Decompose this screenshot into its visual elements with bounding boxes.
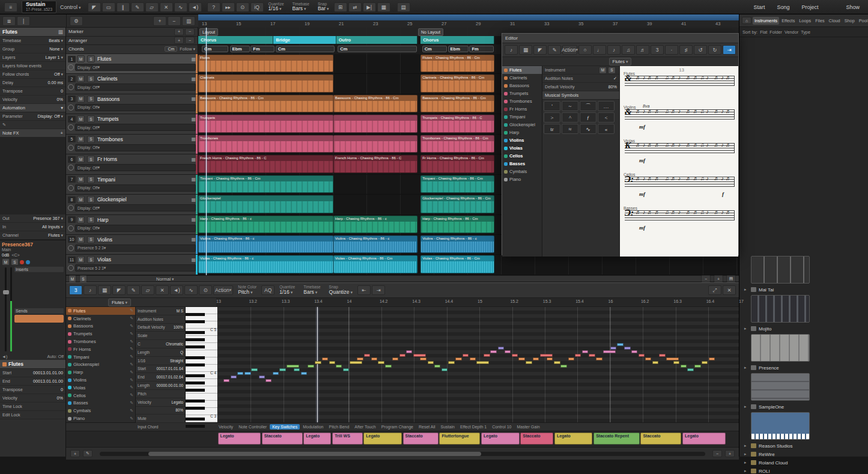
instrument-row[interactable]: Instrument MS bbox=[542, 66, 619, 74]
marker-lane-header[interactable]: Marker + − bbox=[66, 28, 198, 37]
nav-project[interactable]: Project bbox=[797, 3, 823, 11]
edit-pencil-icon[interactable]: ✎ bbox=[130, 393, 133, 398]
pr-track-piano[interactable]: Piano✎ bbox=[66, 415, 135, 422]
speaker-icon[interactable]: ◄) bbox=[2, 354, 7, 359]
expand-icon[interactable]: ⤢ bbox=[708, 285, 721, 295]
pr-track-bassoons[interactable]: Bassoons✎ bbox=[66, 323, 135, 330]
chords-follow-mode[interactable]: Follow bbox=[180, 47, 195, 52]
score-track-header[interactable]: Flutes bbox=[502, 57, 738, 66]
event-row-velocity[interactable]: Velocity0% bbox=[0, 394, 65, 403]
midi-note[interactable] bbox=[631, 350, 637, 353]
no-layout-chip[interactable]: No Layout bbox=[418, 28, 443, 36]
instrument-thumbnail[interactable] bbox=[751, 256, 810, 284]
grid-options-icon[interactable]: ▦ bbox=[377, 2, 390, 12]
midi-note[interactable] bbox=[533, 357, 539, 360]
track-header-glockenspiel[interactable]: 8MSGlockenspiel▦Display: Off bbox=[66, 195, 198, 214]
midi-note[interactable] bbox=[385, 365, 391, 368]
midi-note[interactable] bbox=[470, 357, 476, 360]
articulation-staccato[interactable]: Staccato bbox=[640, 433, 681, 445]
track-solo-button[interactable]: S bbox=[87, 256, 95, 263]
black-key[interactable] bbox=[186, 345, 205, 348]
clip-clarinets[interactable]: Clarinets bbox=[198, 74, 333, 92]
midi-note[interactable] bbox=[350, 361, 362, 364]
send-slot[interactable] bbox=[14, 315, 64, 323]
midi-note[interactable] bbox=[603, 350, 616, 353]
inspector-track-title[interactable]: Flutes ▦ bbox=[0, 28, 65, 37]
sort-option-flat[interactable]: Flat bbox=[760, 29, 767, 35]
arrange-playhead[interactable] bbox=[206, 28, 207, 275]
musical-symbol-button[interactable]: ƒ bbox=[580, 112, 596, 123]
snap-control[interactable]: Snap Bar bbox=[318, 2, 329, 12]
browser-tab-loops[interactable]: Loops bbox=[797, 17, 813, 25]
score-track-timpani[interactable]: Timpani bbox=[502, 113, 542, 121]
expand-arrow-icon[interactable]: ▸ bbox=[744, 460, 748, 465]
black-key[interactable] bbox=[186, 363, 205, 366]
midi-note[interactable] bbox=[287, 365, 299, 368]
hzoom-in-icon[interactable]: + bbox=[725, 450, 735, 457]
midi-note[interactable] bbox=[244, 372, 250, 375]
midi-note[interactable] bbox=[617, 343, 623, 346]
channel-pan[interactable]: <C> bbox=[11, 253, 19, 257]
midi-note[interactable] bbox=[315, 361, 321, 364]
track-header-clarinets[interactable]: 2MSClarinets▦Display: Off bbox=[66, 74, 198, 94]
automation-display-select[interactable]: Presence 5 2 3 bbox=[75, 264, 196, 272]
track-mute-button[interactable]: M bbox=[77, 136, 85, 143]
score-track-violins[interactable]: Violins bbox=[502, 136, 542, 144]
note-color-control[interactable]: Note Color Pitch bbox=[238, 285, 256, 295]
expand-arrow-icon[interactable]: ▸ bbox=[744, 443, 748, 448]
lane-tab-sustain[interactable]: Sustain bbox=[439, 424, 457, 430]
midi-note[interactable] bbox=[568, 357, 574, 360]
note-half-icon[interactable]: ♩ bbox=[593, 45, 606, 55]
edit-pencil-icon[interactable]: ✎ bbox=[130, 416, 133, 421]
pr-eraser-tool-icon[interactable]: ▱ bbox=[141, 285, 154, 295]
midi-note[interactable] bbox=[554, 361, 560, 364]
pr-playhead[interactable] bbox=[317, 307, 318, 422]
inspector-row-layers[interactable]: LayersLayer 1 bbox=[0, 53, 65, 62]
score-sheet[interactable]: 13 Flutes&♬♪♬♬ ♫♬♪ ♬♬♫♪ ♬♪♬Violins&8va♬♪… bbox=[620, 66, 738, 257]
fader-handle[interactable] bbox=[3, 290, 9, 294]
timebase-control[interactable]: Timebase Bars bbox=[293, 2, 309, 12]
articulation-legato[interactable]: Legato bbox=[218, 433, 261, 445]
midi-note[interactable] bbox=[434, 365, 440, 368]
track-instrument-icon[interactable]: ▦ bbox=[191, 157, 196, 162]
midi-note[interactable] bbox=[645, 357, 651, 360]
score-arrow-tool-icon[interactable]: ◤ bbox=[533, 45, 547, 55]
automation-toggle-icon[interactable] bbox=[68, 205, 74, 211]
record-arm-button[interactable] bbox=[20, 260, 24, 264]
lane-tab-pitch-bend[interactable]: Pitch Bend bbox=[326, 424, 351, 430]
edit-pencil-icon[interactable]: ✎ bbox=[130, 401, 133, 406]
lane-tab-effect-depth-1[interactable]: Effect Depth 1 bbox=[458, 424, 489, 430]
inspector-row-timebase[interactable]: TimebaseBeats bbox=[0, 37, 65, 45]
automation-display-select[interactable]: Display: Off bbox=[75, 204, 196, 211]
edit-pencil-icon[interactable]: ✎ bbox=[130, 354, 133, 359]
chords-lane-header[interactable]: Chords Cm Follow bbox=[66, 45, 198, 54]
note-quarter-icon[interactable]: ♪ bbox=[607, 45, 621, 55]
score-track-select[interactable]: Flutes bbox=[609, 58, 632, 65]
pr-inspector-row-end[interactable]: End00017.01.02.64 bbox=[136, 373, 185, 381]
instrument-thumbnail[interactable] bbox=[751, 334, 810, 362]
horizontal-scrollbar[interactable] bbox=[100, 452, 705, 456]
inspector-row-group[interactable]: GroupNone bbox=[0, 45, 65, 53]
expand-arrow-icon[interactable]: ▸ bbox=[744, 326, 748, 331]
lane-tab-program-change[interactable]: Program Change bbox=[379, 424, 416, 430]
arranger-section-outro[interactable]: Outro bbox=[336, 36, 417, 44]
chord-event-ebm[interactable]: Ebm bbox=[448, 46, 469, 52]
note-fx-header[interactable]: Note FX+ bbox=[0, 129, 65, 138]
midi-note[interactable] bbox=[223, 379, 229, 382]
articulation-staccato[interactable]: Staccato bbox=[262, 433, 303, 445]
track-header-violins[interactable]: 10MSViolins▦Presence 5 2 3 bbox=[66, 235, 198, 255]
arranger-remove-icon[interactable]: − bbox=[185, 37, 195, 44]
midi-note[interactable] bbox=[639, 354, 645, 357]
score-track-bassoons[interactable]: Bassoons bbox=[502, 82, 542, 90]
pr-inspector-row-default-velocity[interactable]: Default Velocity100% bbox=[136, 324, 185, 332]
automation-edit-row[interactable]: ✎ bbox=[0, 121, 65, 129]
track-mute-button[interactable]: M bbox=[77, 216, 85, 223]
midi-note[interactable] bbox=[505, 350, 511, 353]
expand-arrow-icon[interactable]: ▸ bbox=[744, 452, 748, 457]
midi-note[interactable] bbox=[399, 354, 405, 357]
browser-tab-shop[interactable]: Shop bbox=[843, 17, 857, 25]
browser-item-presence[interactable]: ▸Presence bbox=[744, 363, 863, 372]
pr-track-violins[interactable]: Violins✎ bbox=[66, 376, 135, 384]
edit-pencil-icon[interactable]: ✎ bbox=[130, 332, 133, 336]
inspector-row-layers-follow-events[interactable]: Layers follow events bbox=[0, 62, 65, 70]
